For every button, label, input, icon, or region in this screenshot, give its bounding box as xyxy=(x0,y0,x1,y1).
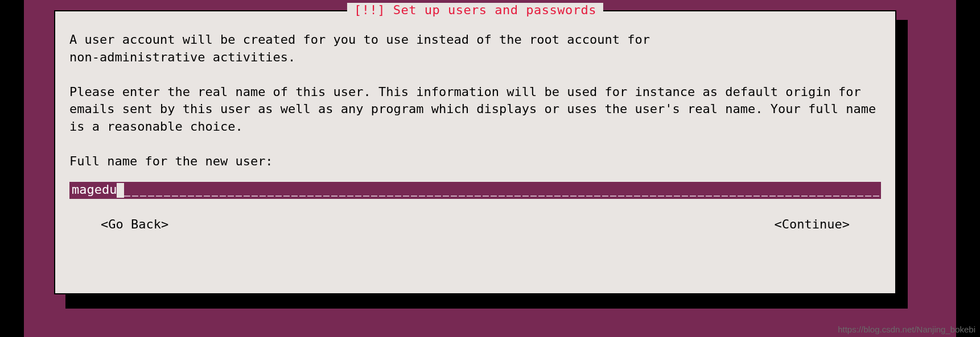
input-value: magedu xyxy=(69,182,117,199)
user-setup-dialog: [!!] Set up users and passwords A user a… xyxy=(54,10,896,294)
description-paragraph-1: A user account will be created for you t… xyxy=(69,31,881,66)
go-back-button[interactable]: <Go Back> xyxy=(101,216,168,234)
description-paragraph-2: Please enter the real name of this user.… xyxy=(69,84,881,136)
text-cursor xyxy=(117,183,124,198)
dialog-content: A user account will be created for you t… xyxy=(55,11,895,248)
input-underline xyxy=(124,182,881,199)
fullname-input[interactable]: magedu xyxy=(69,182,881,199)
button-row: <Go Back> <Continue> xyxy=(69,216,881,234)
continue-button[interactable]: <Continue> xyxy=(775,216,850,234)
dialog-title: [!!] Set up users and passwords xyxy=(347,3,603,17)
input-prompt: Full name for the new user: xyxy=(69,153,881,170)
watermark: https://blog.csdn.net/Nanjing_bokebi xyxy=(838,324,975,334)
